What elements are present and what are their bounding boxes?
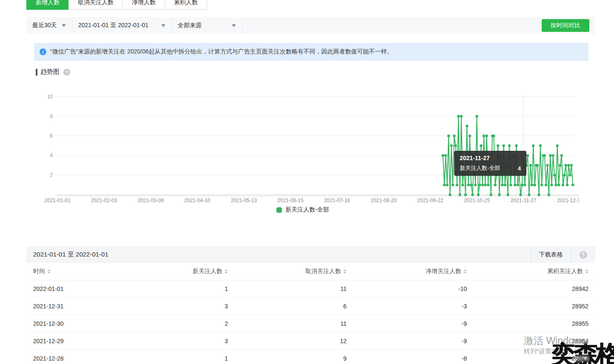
svg-text:2021-05-13: 2021-05-13: [231, 198, 257, 203]
svg-text:10: 10: [47, 94, 53, 100]
stat-tabs: 新增人数取消关注人数净增人数累积人数: [26, 0, 207, 10]
compare-by-time-button[interactable]: 按时间对比: [542, 19, 589, 32]
cell-date: 2021-12-31: [26, 303, 154, 310]
range-preset-label: 最近30天: [32, 22, 57, 29]
cell-date: 2021-12-30: [26, 320, 154, 327]
table-body: 2022-01-01111-10289422021-12-3136-328952…: [26, 280, 595, 364]
svg-text:2021-09-22: 2021-09-22: [417, 198, 443, 203]
cell-value: 1: [154, 355, 228, 362]
table-row: 2021-12-30211-928955: [26, 315, 595, 333]
svg-text:2021-03-08: 2021-03-08: [138, 198, 164, 203]
chart-legend: 新关注人数-全部: [26, 206, 579, 214]
help-icon[interactable]: ?: [63, 69, 70, 76]
cell-value: 28955: [467, 320, 595, 327]
cell-value: 3: [154, 338, 228, 344]
column-header-label: 净增关注人数: [426, 268, 461, 275]
cell-value: 2: [154, 320, 228, 327]
table-row: 2021-12-2819-828973: [26, 350, 595, 364]
svg-text:2021-08-20: 2021-08-20: [371, 198, 397, 203]
chevron-down-icon: [232, 24, 236, 27]
tab-新增人数[interactable]: 新增人数: [26, 0, 69, 10]
table-row: 2021-12-3136-328952: [26, 298, 595, 315]
table-period-label: 2021-01-01 至 2022-01-01: [26, 246, 108, 263]
tab-净增人数[interactable]: 净增人数: [122, 0, 165, 10]
svg-text:2021-11-27: 2021-11-27: [511, 198, 537, 203]
source-label: 全部来源: [178, 22, 202, 29]
legend-marker-icon: [276, 207, 282, 213]
cell-value: 28964: [467, 338, 595, 344]
svg-text:2021-01-01: 2021-01-01: [44, 198, 71, 203]
sort-caret-icon[interactable]: [225, 269, 228, 274]
cell-value: 9: [228, 355, 347, 362]
cell-date: 2021-12-28: [26, 355, 154, 362]
column-header-取消关注人数[interactable]: 取消关注人数: [228, 268, 347, 275]
svg-text:2: 2: [50, 172, 53, 178]
table-help: ?: [571, 246, 595, 263]
sort-caret-icon[interactable]: [343, 269, 347, 274]
cell-date: 2021-12-29: [26, 338, 154, 344]
legend-label: 新关注人数-全部: [285, 206, 329, 214]
trend-chart[interactable]: 2468102021-01-012021-02-032021-03-082021…: [26, 85, 579, 221]
cell-value: -9: [347, 338, 467, 344]
date-range-dropdown[interactable]: 2021-01-01 至 2022-01-01: [72, 17, 172, 34]
cell-value: -8: [347, 355, 467, 362]
svg-text:2021-06-15: 2021-06-15: [277, 198, 304, 203]
sort-caret-icon[interactable]: [463, 269, 467, 274]
column-header-label: 时间: [33, 268, 45, 275]
svg-text:2021-02-03: 2021-02-03: [91, 198, 117, 203]
column-header-净增关注人数[interactable]: 净增关注人数: [347, 268, 467, 275]
source-dropdown[interactable]: 全部来源: [172, 17, 242, 34]
cell-value: -9: [347, 320, 467, 327]
download-table-button[interactable]: 下载表格: [531, 246, 571, 263]
svg-text:2021-07-18: 2021-07-18: [324, 198, 350, 203]
table-header-bar: 2021-01-01 至 2022-01-01 下载表格 ?: [26, 246, 595, 263]
column-header-label: 新关注人数: [193, 268, 222, 275]
table-row: 2021-12-29312-928964: [26, 333, 595, 350]
chart-section-header: 趋势图 ?: [36, 68, 70, 76]
cell-value: 1: [154, 285, 228, 292]
column-header-时间[interactable]: 时间: [26, 268, 154, 275]
column-header-新关注人数[interactable]: 新关注人数: [154, 268, 228, 275]
cell-value: 3: [154, 303, 228, 310]
info-banner-text: “微信广告”来源的新增关注在 2020/06起从其他中拆分给出，计算方式与广告主…: [50, 48, 393, 56]
column-header-累积关注人数[interactable]: 累积关注人数: [467, 268, 595, 275]
cell-value: -3: [347, 303, 467, 310]
cell-date: 2022-01-01: [26, 285, 154, 292]
cell-value: 28942: [467, 285, 595, 292]
chart-tooltip: 2021-11-27 新关注人数-全部 4: [454, 151, 526, 176]
title-accent-bar: [36, 69, 37, 76]
chevron-down-icon: [161, 24, 165, 27]
filter-bar: 最近30天 2021-01-01 至 2022-01-01 全部来源 按时间对比: [26, 17, 595, 34]
cell-value: -10: [347, 285, 467, 292]
tooltip-value: 4: [518, 165, 521, 172]
chevron-down-icon: [62, 24, 66, 27]
cell-value: 11: [228, 285, 347, 292]
column-header-label: 取消关注人数: [305, 268, 341, 275]
svg-text:4: 4: [50, 152, 53, 158]
cell-value: 28973: [467, 355, 595, 362]
cell-value: 12: [228, 338, 347, 344]
tooltip-date: 2021-11-27: [460, 155, 521, 161]
tooltip-series-label: 新关注人数-全部: [460, 164, 500, 172]
tab-累积人数[interactable]: 累积人数: [165, 0, 207, 10]
range-preset-dropdown[interactable]: 最近30天: [26, 17, 72, 34]
sort-caret-icon[interactable]: [585, 269, 588, 274]
chart-title: 趋势图: [40, 68, 60, 76]
info-banner: i “微信广告”来源的新增关注在 2020/06起从其他中拆分给出，计算方式与广…: [34, 43, 588, 61]
svg-text:2021-04-10: 2021-04-10: [184, 198, 210, 203]
tab-取消关注人数[interactable]: 取消关注人数: [68, 0, 123, 10]
svg-text:2021-10-25: 2021-10-25: [464, 198, 490, 203]
svg-text:2021-12-30: 2021-12-30: [557, 198, 579, 203]
sort-caret-icon[interactable]: [47, 269, 51, 274]
legend-item[interactable]: 新关注人数-全部: [276, 206, 329, 214]
cell-value: 6: [228, 303, 347, 310]
cell-value: 28952: [467, 303, 595, 310]
info-icon: i: [40, 48, 46, 55]
column-header-label: 累积关注人数: [547, 268, 583, 275]
svg-text:8: 8: [50, 113, 53, 119]
cell-value: 11: [228, 320, 347, 327]
help-icon[interactable]: ?: [580, 251, 587, 259]
date-range-label: 2021-01-01 至 2022-01-01: [78, 22, 148, 29]
table-column-headers: 时间新关注人数取消关注人数净增关注人数累积关注人数: [26, 263, 595, 280]
table-row: 2022-01-01111-1028942: [26, 280, 595, 298]
